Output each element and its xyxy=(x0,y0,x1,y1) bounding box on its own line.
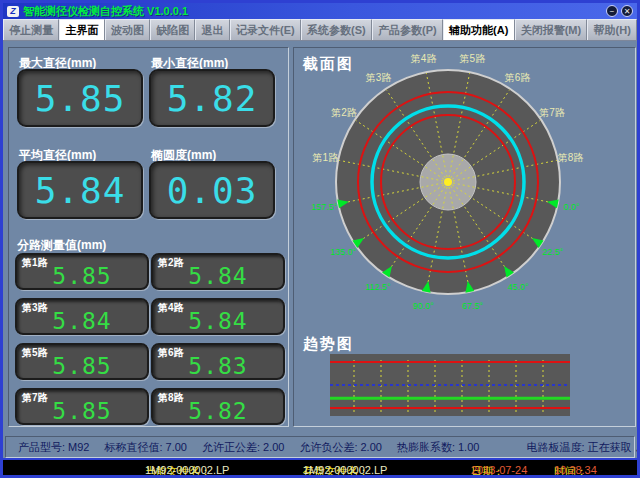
svg-text:第6路: 第6路 xyxy=(505,72,531,83)
svg-text:第2路: 第2路 xyxy=(331,107,357,118)
menu-system-params[interactable]: 系统参数(S) xyxy=(301,19,372,40)
expansion-coefficient: 热膨胀系数:1.00 xyxy=(397,440,479,455)
title-bar: Z 智能测径仪检测自控系统 V1.0.0.1 − ✕ xyxy=(3,3,637,19)
svg-text:112.5°: 112.5° xyxy=(365,282,391,292)
channel-2-display: 第2路5.84 xyxy=(151,253,285,290)
svg-text:45.0°: 45.0° xyxy=(507,282,529,292)
max-diameter-value: 5.85 xyxy=(19,71,141,127)
svg-text:0.0°: 0.0° xyxy=(564,202,581,212)
app-logo-icon: Z xyxy=(7,6,19,17)
trend-view-title: 趋势图 xyxy=(303,335,354,354)
channels-section-title: 分路测量值(mm) xyxy=(17,237,106,254)
trend-chart xyxy=(330,354,570,420)
section-polar-chart: 0.0°22.5°45.0°67.5°90.0°112.5°135.0°157.… xyxy=(296,48,608,326)
main-area: 最大直径(mm) 最小直径(mm) 5.85 5.82 平均直径(mm) 椭圆度… xyxy=(3,41,637,434)
plus-tolerance: 允许正公差:2.00 xyxy=(202,440,284,455)
parameter-bar: 产品型号:M92 标称直径值:7.00 允许正公差:2.00 允许负公差:2.0… xyxy=(5,436,635,458)
channel-4-display: 第4路5.84 xyxy=(151,298,285,335)
channel-4-label: 第4路 xyxy=(158,301,184,315)
menu-aux-functions[interactable]: 辅助功能(A) xyxy=(443,19,515,40)
menu-defect-chart[interactable]: 缺陷图 xyxy=(150,19,195,40)
nominal-diameter: 标称直径值:7.00 xyxy=(104,440,186,455)
channel-3-label: 第3路 xyxy=(22,301,48,315)
avg-diameter-display: 5.84 xyxy=(17,161,143,219)
channel-5-label: 第5路 xyxy=(22,346,48,360)
svg-text:第8路: 第8路 xyxy=(558,152,584,163)
max-diameter-display: 5.85 xyxy=(17,69,143,127)
minus-tolerance-label: 允许负公差: xyxy=(299,441,357,453)
status-bar: 当前文件名：1M92-000002.LP 存盘文件名：1M92-000002.L… xyxy=(3,458,637,475)
app-window: Z 智能测径仪检测自控系统 V1.0.0.1 − ✕ 停止测量 主界面 波动图 … xyxy=(0,0,640,478)
minus-tolerance-value: 2.00 xyxy=(361,441,382,453)
min-diameter-value: 5.82 xyxy=(151,71,273,127)
svg-text:22.5°: 22.5° xyxy=(542,247,564,257)
minimize-button[interactable]: − xyxy=(606,5,618,17)
svg-text:第5路: 第5路 xyxy=(460,53,486,64)
expansion-coefficient-value: 1.00 xyxy=(458,441,479,453)
measurement-panel: 最大直径(mm) 最小直径(mm) 5.85 5.82 平均直径(mm) 椭圆度… xyxy=(8,47,289,427)
current-file-value: 1M92-000002.LP xyxy=(145,464,229,476)
svg-text:第4路: 第4路 xyxy=(411,53,437,64)
channel-7-display: 第7路5.85 xyxy=(15,388,149,425)
saved-file-value: 1M92-000002.LP xyxy=(303,464,387,476)
board-temperature-value: 正在获取，稍等片刻... xyxy=(587,441,640,453)
channel-6-display: 第6路5.83 xyxy=(151,343,285,380)
channel-2-label: 第2路 xyxy=(158,256,184,270)
menu-record-file[interactable]: 记录文件(E) xyxy=(230,19,301,40)
product-model-value: M92 xyxy=(68,441,89,453)
menu-wave-chart[interactable]: 波动图 xyxy=(105,19,150,40)
ovality-value: 0.03 xyxy=(151,163,273,219)
nominal-diameter-label: 标称直径值: xyxy=(104,441,162,453)
ovality-display: 0.03 xyxy=(149,161,275,219)
board-temperature-label: 电路板温度: xyxy=(526,441,584,453)
product-model-label: 产品型号: xyxy=(18,441,65,453)
menu-product-params[interactable]: 产品参数(P) xyxy=(372,19,443,40)
channel-1-label: 第1路 xyxy=(22,256,48,270)
expansion-coefficient-label: 热膨胀系数: xyxy=(397,441,455,453)
min-diameter-display: 5.82 xyxy=(149,69,275,127)
svg-text:第7路: 第7路 xyxy=(539,107,565,118)
menu-help[interactable]: 帮助(H) xyxy=(587,19,637,40)
channel-3-display: 第3路5.84 xyxy=(15,298,149,335)
minus-tolerance: 允许负公差:2.00 xyxy=(299,440,381,455)
avg-diameter-value: 5.84 xyxy=(19,163,141,219)
charts-panel: 截面图 0.0°22.5°45.0°67.5°90.0°112.5°135.0°… xyxy=(293,47,636,427)
svg-text:90.0°: 90.0° xyxy=(413,301,435,311)
window-title: 智能测径仪检测自控系统 V1.0.0.1 xyxy=(23,4,188,19)
channel-5-display: 第5路5.85 xyxy=(15,343,149,380)
menu-exit[interactable]: 退出 xyxy=(195,19,229,40)
nominal-diameter-value: 7.00 xyxy=(166,441,187,453)
svg-text:第1路: 第1路 xyxy=(313,152,339,163)
date-value: 2013-07-24 xyxy=(471,464,527,476)
channel-8-label: 第8路 xyxy=(158,391,184,405)
svg-text:157.5°: 157.5° xyxy=(311,202,338,212)
channel-6-label: 第6路 xyxy=(158,346,184,360)
board-temperature: 电路板温度:正在获取，稍等片刻... xyxy=(526,440,640,455)
channel-7-label: 第7路 xyxy=(22,391,48,405)
channel-1-display: 第1路5.85 xyxy=(15,253,149,290)
svg-text:135.0°: 135.0° xyxy=(330,247,357,257)
menu-close-alarm[interactable]: 关闭报警(M) xyxy=(515,19,588,40)
close-button[interactable]: ✕ xyxy=(621,5,633,17)
product-model: 产品型号:M92 xyxy=(18,440,89,455)
time-value: 10.28.34 xyxy=(554,464,597,476)
menu-main-screen[interactable]: 主界面 xyxy=(59,19,104,40)
menu-stop-measure[interactable]: 停止测量 xyxy=(3,19,59,40)
channel-8-display: 第8路5.82 xyxy=(151,388,285,425)
menu-bar: 停止测量 主界面 波动图 缺陷图 退出 记录文件(E) 系统参数(S) 产品参数… xyxy=(3,19,637,41)
svg-text:67.5°: 67.5° xyxy=(462,301,484,311)
svg-text:第3路: 第3路 xyxy=(366,72,392,83)
plus-tolerance-label: 允许正公差: xyxy=(202,441,260,453)
plus-tolerance-value: 2.00 xyxy=(263,441,284,453)
